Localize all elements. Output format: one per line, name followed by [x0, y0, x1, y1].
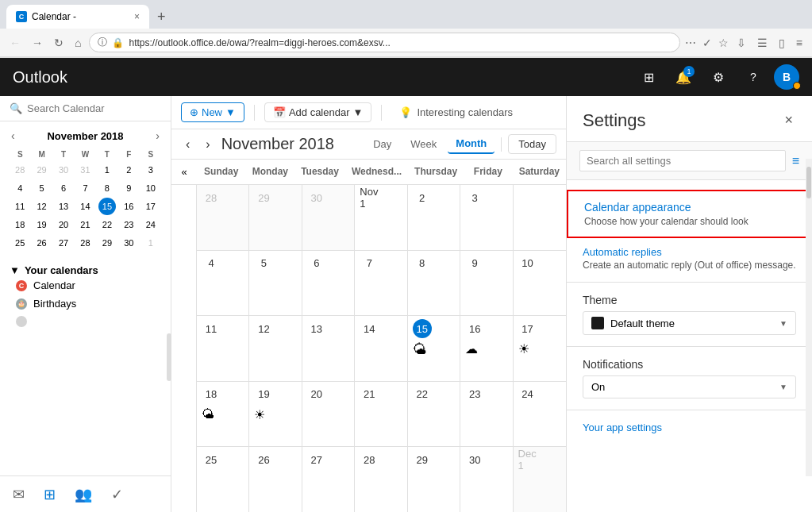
help-icon[interactable]: ?	[739, 63, 768, 91]
mini-day[interactable]: 21	[76, 216, 94, 233]
cal-day-cell[interactable]: 25	[197, 447, 249, 512]
mini-day[interactable]: 10	[142, 179, 160, 197]
settings-app-settings[interactable]: Your app settings	[567, 414, 812, 443]
cal-day-cell[interactable]: 30	[302, 185, 355, 251]
mini-cal-prev-button[interactable]: ‹	[10, 128, 17, 144]
collapse-button[interactable]: «	[171, 160, 197, 184]
mini-day[interactable]: 28	[11, 161, 29, 179]
mini-day[interactable]: 3	[142, 161, 160, 179]
cal-day-cell[interactable]: 16 ☁	[460, 316, 513, 382]
mini-day[interactable]: 18	[11, 216, 29, 233]
settings-automatic-replies[interactable]: Automatic replies Create an automatic re…	[567, 238, 812, 279]
mini-day[interactable]: 30	[120, 234, 137, 252]
prev-month-button[interactable]: ‹	[181, 136, 194, 153]
mini-day[interactable]: 26	[33, 234, 51, 252]
star-icon[interactable]: ☆	[718, 37, 729, 49]
mini-day[interactable]: 25	[11, 234, 29, 252]
settings-search-input[interactable]	[579, 150, 786, 171]
cal-day-cell[interactable]: 6	[302, 251, 355, 317]
mini-day[interactable]: 20	[55, 216, 72, 233]
new-tab-button[interactable]: +	[152, 9, 171, 25]
cal-day-cell[interactable]	[514, 185, 566, 251]
settings-scrollbar-thumb[interactable]	[806, 167, 811, 198]
cal-day-cell[interactable]: 24	[514, 382, 566, 448]
address-bar[interactable]: ⓘ 🔒 https://outlook.office.de/owa/?realm…	[89, 33, 679, 52]
cal-day-cell[interactable]: 28	[197, 185, 249, 251]
mini-day[interactable]: 31	[76, 161, 94, 179]
tab-week[interactable]: Week	[402, 135, 444, 153]
cal-day-cell[interactable]: 28	[355, 447, 407, 512]
cal-day-cell[interactable]: 19 ☀	[249, 382, 302, 448]
mini-day[interactable]: 19	[33, 216, 51, 233]
cal-day-cell[interactable]: 13	[302, 316, 355, 382]
home-button[interactable]: ⌂	[71, 35, 84, 51]
cal-day-cell[interactable]: 21	[355, 382, 407, 448]
cal-day-cell[interactable]: 4	[197, 251, 249, 317]
active-tab[interactable]: C Calendar - ×	[6, 5, 149, 29]
cal-day-cell[interactable]: 18 🌤	[197, 382, 249, 448]
cal-day-cell-today[interactable]: 15 🌤	[408, 316, 460, 382]
mini-day[interactable]: 8	[98, 179, 116, 197]
settings-list-icon[interactable]: ≡	[792, 154, 799, 168]
mini-day[interactable]: 1	[98, 161, 116, 179]
bookmarks-icon[interactable]: ☰	[754, 35, 771, 51]
cal-day-cell[interactable]: Dec 1	[514, 447, 566, 512]
cal-day-cell[interactable]: 14	[355, 316, 407, 382]
cal-day-cell[interactable]: 22	[408, 382, 460, 448]
cal-day-cell[interactable]: Nov 1	[355, 185, 407, 251]
mini-day[interactable]: 6	[55, 179, 72, 197]
mini-day[interactable]: 12	[33, 198, 51, 215]
tab-day[interactable]: Day	[365, 135, 399, 153]
tab-close-button[interactable]: ×	[134, 11, 140, 22]
download-icon[interactable]: ⇩	[733, 35, 749, 51]
mini-day[interactable]: 5	[33, 179, 51, 197]
theme-dropdown[interactable]: Default theme ▼	[583, 311, 796, 335]
cal-day-cell[interactable]: 2	[408, 185, 460, 251]
more-icon[interactable]: ⋯	[685, 37, 696, 49]
cal-day-cell[interactable]: 27	[302, 447, 355, 512]
settings-close-button[interactable]: ×	[781, 109, 796, 132]
cal-day-cell[interactable]: 17 ☀	[514, 316, 566, 382]
notifications-dropdown[interactable]: On ▼	[583, 375, 796, 398]
new-event-button[interactable]: ⊕ New ▼	[181, 102, 244, 122]
mini-day[interactable]: 9	[120, 179, 137, 197]
mini-day[interactable]: 1	[142, 234, 160, 252]
mini-day[interactable]: 13	[55, 198, 72, 215]
next-month-button[interactable]: ›	[201, 136, 214, 153]
people-nav-icon[interactable]: 👥	[71, 483, 95, 506]
cal-day-cell[interactable]: 11	[197, 316, 249, 382]
forward-button[interactable]: →	[29, 35, 46, 51]
search-calendar-input[interactable]	[27, 102, 161, 114]
mini-day[interactable]: 7	[76, 179, 94, 197]
add-calendar-button[interactable]: 📅 Add calendar ▼	[264, 102, 372, 122]
cal-day-cell[interactable]: 20	[302, 382, 355, 448]
extensions-icon[interactable]: ▯	[775, 35, 788, 51]
mini-day[interactable]: 16	[120, 198, 137, 215]
cal-day-cell[interactable]: 30	[460, 447, 513, 512]
cal-day-cell[interactable]: 3	[460, 185, 513, 251]
calendar-nav-icon[interactable]: ⊞	[40, 483, 59, 506]
mini-day[interactable]: 28	[76, 234, 94, 252]
cal-day-cell[interactable]: 12	[249, 316, 302, 382]
mini-day[interactable]: 24	[142, 216, 160, 233]
cal-day-cell[interactable]: 26	[249, 447, 302, 512]
mini-day[interactable]: 29	[33, 161, 51, 179]
your-calendars-header[interactable]: ▼ Your calendars	[10, 264, 161, 276]
mini-day[interactable]: 23	[120, 216, 137, 233]
tab-month[interactable]: Month	[448, 134, 495, 154]
mini-day-today[interactable]: 15	[98, 198, 116, 215]
mini-day[interactable]: 11	[11, 198, 29, 215]
bell-icon[interactable]: 🔔 1	[669, 63, 698, 91]
mini-cal-next-button[interactable]: ›	[154, 128, 161, 144]
today-button[interactable]: Today	[508, 134, 556, 154]
apps-icon[interactable]: ⊞	[634, 63, 663, 91]
menu-icon[interactable]: ≡	[793, 35, 806, 51]
cal-day-cell[interactable]: 9	[460, 251, 513, 317]
calendar-item-other[interactable]	[10, 313, 161, 330]
refresh-button[interactable]: ↻	[51, 35, 67, 51]
mini-day[interactable]: 22	[98, 216, 116, 233]
back-button[interactable]: ←	[6, 35, 24, 51]
cal-day-cell[interactable]: 7	[355, 251, 407, 317]
mail-nav-icon[interactable]: ✉	[10, 483, 28, 506]
calendar-item-calendar[interactable]: C Calendar	[10, 276, 161, 294]
